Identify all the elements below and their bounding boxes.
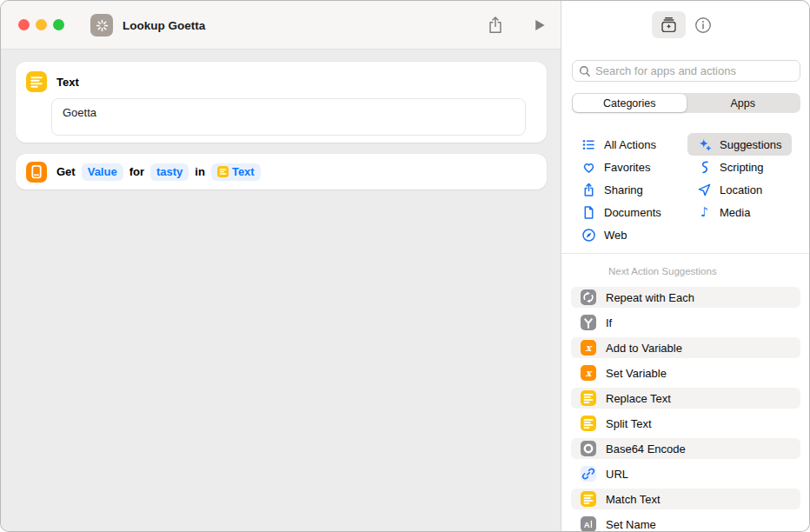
suggestion-base64-encode[interactable]: Base64 Encode — [571, 438, 800, 459]
suggestion-add-to-variable[interactable]: x Add to Variable — [571, 337, 800, 358]
repeat-icon — [581, 289, 596, 305]
dictionary-icon — [26, 162, 47, 183]
compass-icon — [581, 228, 596, 243]
input-variable-token[interactable]: Text — [211, 163, 261, 181]
variable-label: Text — [232, 165, 255, 178]
sidebar-separator — [561, 253, 810, 254]
category-label: Sharing — [604, 183, 643, 196]
suggestion-label: Add to Variable — [606, 342, 682, 355]
action-card-text[interactable]: Text — [16, 62, 547, 143]
sparkle-icon — [697, 137, 712, 152]
text-icon — [581, 416, 596, 431]
text-action-icon — [26, 71, 47, 92]
category-label: All Actions — [604, 138, 656, 151]
category-favorites[interactable]: Favorites — [572, 156, 685, 178]
tab-apps[interactable]: Apps — [687, 94, 800, 112]
suggestion-if[interactable]: If — [571, 312, 800, 333]
svg-text:x: x — [586, 342, 593, 354]
action-sentence: Get Value for tasty in Text — [56, 163, 261, 181]
search-field[interactable] — [572, 60, 800, 82]
zoom-button[interactable] — [53, 19, 64, 30]
category-label: Web — [604, 229, 627, 242]
category-sharing[interactable]: Sharing — [572, 178, 685, 201]
category-all-actions[interactable]: All Actions — [572, 133, 685, 156]
run-shortcut-button[interactable] — [526, 13, 552, 37]
action-info-button[interactable] — [692, 15, 714, 36]
category-label: Location — [720, 183, 762, 196]
rename-icon: A — [581, 516, 596, 532]
search-icon — [579, 65, 591, 77]
link-icon — [581, 466, 596, 482]
suggestion-label: Match Text — [606, 493, 661, 506]
key-parameter-token[interactable]: tasty — [150, 163, 189, 181]
svg-text:A: A — [584, 520, 590, 529]
action-title: Text — [56, 76, 79, 89]
word-get: Get — [56, 165, 76, 178]
window-title: Lookup Goetta — [123, 1, 205, 50]
share-icon — [581, 183, 596, 197]
suggestion-label: Repeat with Each — [606, 291, 694, 304]
search-input[interactable] — [595, 64, 793, 77]
variable-icon: x — [581, 340, 596, 356]
suggestion-label: URL — [606, 468, 628, 481]
text-icon — [581, 390, 596, 406]
category-documents[interactable]: Documents — [572, 201, 685, 223]
category-label: Suggestions — [720, 138, 782, 151]
category-column-left: All Actions Favorites — [572, 133, 685, 246]
variable-icon: x — [581, 365, 596, 381]
category-label: Scripting — [720, 161, 764, 174]
category-scripting[interactable]: Scripting — [687, 156, 792, 178]
toggle-action-library-button[interactable] — [652, 11, 686, 38]
suggestion-match-text[interactable]: Match Text — [571, 489, 800, 509]
suggestion-set-variable[interactable]: x Set Variable — [571, 362, 800, 383]
suggestions-section-header: Next Action Suggestions — [608, 266, 717, 276]
action-library-icon — [659, 15, 679, 35]
category-label: Documents — [604, 206, 661, 219]
suggestion-replace-text[interactable]: Replace Text — [571, 388, 800, 409]
library-tabs: Categories Apps — [572, 93, 800, 113]
suggestion-label: Base64 Encode — [606, 442, 686, 456]
location-arrow-icon — [697, 183, 712, 197]
value-parameter-token[interactable]: Value — [82, 163, 123, 181]
suggestion-label: Set Variable — [606, 367, 667, 380]
suggestion-label: Split Text — [606, 417, 652, 430]
shortcut-editor-canvas: Text Get Value for tasty in — [1, 50, 561, 532]
category-label: Media — [720, 206, 750, 219]
branch-icon — [581, 315, 596, 330]
word-in: in — [195, 165, 205, 178]
action-library-sidebar: Categories Apps All Actions — [561, 1, 810, 532]
word-for: for — [129, 165, 144, 178]
text-icon — [581, 491, 596, 507]
heart-icon — [581, 160, 596, 175]
music-note-icon: ♪ — [697, 205, 712, 220]
minimize-button[interactable] — [36, 19, 47, 30]
share-button[interactable] — [482, 13, 508, 37]
play-icon — [530, 17, 548, 34]
title-bar: Lookup Goetta — [1, 1, 561, 50]
category-media[interactable]: ♪ Media — [687, 201, 792, 223]
svg-text:x: x — [586, 368, 593, 379]
text-variable-icon — [217, 166, 229, 177]
starburst-icon — [94, 17, 110, 34]
scripting-icon — [697, 160, 712, 175]
category-web[interactable]: Web — [572, 223, 685, 246]
category-label: Favorites — [604, 161, 650, 174]
suggestion-repeat-with-each[interactable]: Repeat with Each — [571, 287, 800, 308]
suggestion-split-text[interactable]: Split Text — [571, 413, 800, 434]
all-actions-icon — [581, 137, 596, 152]
next-action-suggestions-list: Repeat with Each If x — [571, 287, 800, 532]
suggestion-label: Set Name — [606, 518, 656, 531]
category-suggestions[interactable]: Suggestions — [687, 133, 792, 156]
suggestion-set-name[interactable]: A Set Name — [571, 514, 800, 532]
text-value-input[interactable] — [51, 98, 526, 136]
category-location[interactable]: Location — [687, 178, 792, 201]
tab-categories[interactable]: Categories — [573, 94, 687, 112]
ring-icon — [581, 441, 596, 456]
close-button[interactable] — [18, 19, 30, 30]
shortcuts-window: Lookup Goetta — [0, 0, 810, 532]
suggestion-label: Replace Text — [606, 392, 671, 405]
suggestion-url[interactable]: URL — [571, 463, 800, 484]
action-card-get-dictionary-value[interactable]: Get Value for tasty in Text — [16, 154, 547, 190]
info-icon — [694, 16, 713, 35]
suggestion-label: If — [606, 316, 612, 329]
